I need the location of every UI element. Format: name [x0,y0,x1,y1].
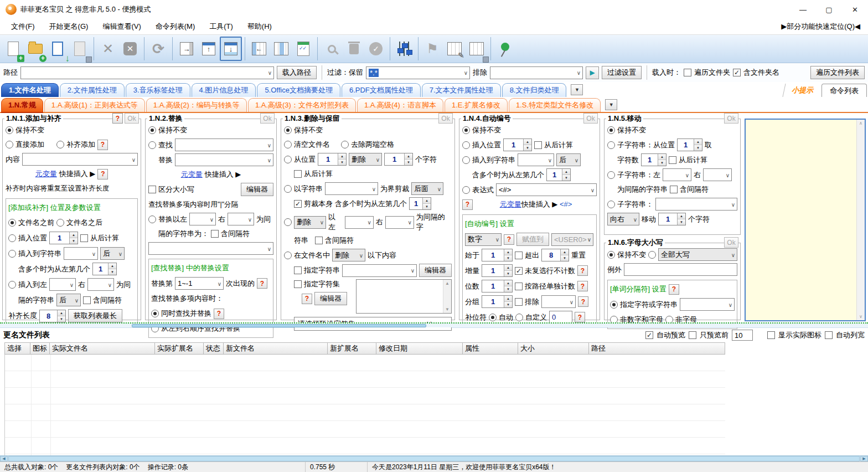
insert-string-combobox[interactable] [64,247,98,260]
charset-checkbox[interactable] [294,280,302,288]
exception-input[interactable] [624,263,737,276]
help-icon[interactable]: ? [577,265,588,276]
right-sep-combobox[interactable] [385,216,414,229]
from-end-checkbox[interactable] [669,156,676,164]
help-icon[interactable]: ? [577,281,588,291]
grid-columns-icon[interactable] [270,37,292,61]
exceed-checkbox[interactable] [515,252,523,259]
meta-variable-link[interactable]: 元变量 [181,170,203,179]
col-new-ext[interactable]: 新扩展名 [328,342,376,355]
subtab-mapping-list[interactable]: 1.A.高级(3)：文件名对照列表 [248,98,356,112]
meta-variable-link[interactable]: 元变量 [500,200,521,208]
ok-button[interactable]: Ok [125,113,139,124]
get-longest-button[interactable]: 获取列表最长 [68,309,122,322]
panel-bottom-icon[interactable]: ↓ [220,37,242,61]
custom-pad-input[interactable] [549,311,572,324]
left-sep-combobox[interactable] [49,278,76,291]
spec-string-combobox[interactable] [342,264,417,277]
more-main-tabs-button[interactable]: ▼ [571,84,583,95]
tips-textbox[interactable]: ∧∨ [745,119,866,321]
help-icon[interactable]: ? [462,199,473,210]
clear-name-radio[interactable] [284,141,292,148]
insert-pos-radio[interactable] [462,141,470,149]
more-sub-tabs-button[interactable]: ▼ [605,99,617,110]
insert-pos-spinner[interactable]: 1▲▼ [503,138,532,151]
col-size[interactable]: 大小 [518,342,589,355]
skip-unchecked-checkbox[interactable] [515,267,523,275]
help-icon[interactable]: ? [257,278,267,289]
search-check-icon[interactable] [321,37,343,61]
substring-combobox[interactable] [655,198,737,211]
exclude-combobox[interactable] [541,295,576,308]
close-button[interactable]: ✕ [842,0,868,19]
subtab-encoding[interactable]: 1.A.高级(2)：编码与转换等 [146,98,247,112]
right-sep-combobox[interactable] [703,168,732,181]
path-combobox[interactable] [20,66,274,79]
tab-command-list[interactable]: 命令列表 [822,84,867,97]
subtab-special-type[interactable]: 1.S.特定类型文件名修改 [509,98,601,112]
preview-first-checkbox[interactable] [689,331,696,339]
include-folder-name-checkbox[interactable] [733,69,741,76]
help-icon[interactable]: ? [97,169,108,179]
move-spinner[interactable]: 1▲▼ [658,213,686,225]
before-name-radio[interactable] [8,219,16,227]
menu-help[interactable]: 帮助(H) [242,20,277,33]
start-spinner[interactable]: 1▲▼ [482,249,513,261]
exclude-combobox[interactable] [490,66,583,79]
exclude-checkbox[interactable] [515,298,523,306]
col-icon[interactable]: 图标 [30,342,50,355]
tab-tips[interactable]: 小提示 [782,84,823,97]
by-string-radio[interactable] [284,185,292,193]
menu-file[interactable]: 文件(F) [6,20,40,33]
file-list-hscrollbar[interactable]: ◀ ▶ [0,455,868,461]
help-icon[interactable]: ? [504,234,514,245]
new-file-icon[interactable]: + [2,37,24,61]
case-combobox[interactable]: 全部大写 [658,248,737,261]
sep-combobox[interactable] [680,298,735,311]
insert-to-string-radio[interactable] [8,250,16,258]
subtab-normal[interactable]: 1.N.常规 [1,98,43,112]
pad-length-spinner[interactable]: 8▲▼ [39,310,66,322]
confirm-check-icon[interactable]: ✓ [365,37,387,61]
auto-preview-checkbox[interactable] [645,331,653,339]
from-pos-radio[interactable] [284,156,292,163]
insert-pos-radio[interactable] [8,234,16,242]
pad-add-radio[interactable] [56,141,64,148]
delete-icon[interactable]: ✕ [97,37,119,61]
count-spinner[interactable]: 1▲▼ [384,153,413,166]
keep-radio[interactable] [6,126,13,134]
table-save-icon[interactable] [466,37,488,61]
in-name-radio[interactable] [284,252,292,259]
col-real-ext[interactable]: 实际扩展名 [155,342,204,355]
check-list-icon[interactable] [292,37,314,61]
auto-width-checkbox[interactable] [825,331,833,339]
clear-list-icon[interactable]: ✕ [119,37,141,61]
spec-string-checkbox[interactable] [294,266,302,274]
insert-string-combobox[interactable] [518,153,554,166]
filter-keep-combobox[interactable]: *.* [366,66,470,79]
tab-image-info[interactable]: 4.图片信息处理 [192,83,256,97]
per-path-checkbox[interactable] [515,283,523,290]
tab-filename[interactable]: 1.文件名处理 [1,83,59,97]
add-folder-icon[interactable]: + [24,37,46,61]
hscrollbar-thumb[interactable] [8,456,860,461]
flag-icon[interactable]: ⚑ [421,37,443,61]
tab-pdf-attr[interactable]: 6.PDF文档属性处理 [342,83,421,97]
maximize-button[interactable]: ▢ [816,0,842,19]
grid-move-left-icon[interactable]: ← [248,37,270,61]
right-sep-combobox[interactable] [228,213,254,225]
help-icon[interactable]: ? [669,284,679,295]
help-icon[interactable]: ? [575,312,585,322]
assign-to-button[interactable]: 赋值到 [516,233,549,246]
traverse-file-list-button[interactable]: 遍历文件列表 [810,66,865,79]
before-after-combobox[interactable]: 后 [556,153,581,166]
assign-target-combobox[interactable]: <USER0> [551,233,593,246]
load-path-button[interactable]: 载入路径 [277,66,317,79]
col-select[interactable]: 选择 [4,342,30,355]
from-end-checkbox[interactable] [80,234,88,242]
spec-sep-radio[interactable] [610,301,618,309]
substring-pos-radio[interactable] [607,141,615,149]
show-icons-checkbox[interactable] [767,331,775,339]
traverse-folders-checkbox[interactable] [684,69,691,76]
replace-between-radio[interactable] [148,216,156,223]
